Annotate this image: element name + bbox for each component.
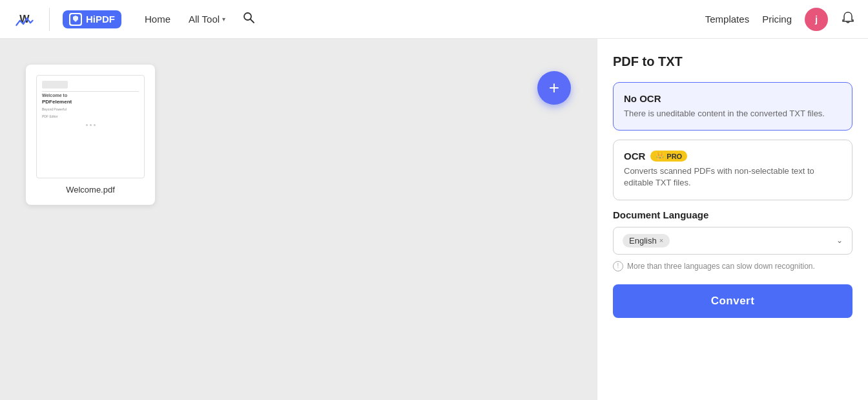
left-panel: Welcome to PDFelement Beyond Powerful PD… — [0, 39, 597, 400]
pro-label: PRO — [666, 153, 682, 160]
pdf-body-line1: Beyond Powerful — [42, 107, 139, 112]
pdf-dot-1 — [86, 124, 88, 126]
add-file-button[interactable]: + — [537, 71, 571, 105]
no-ocr-header: No OCR — [624, 93, 842, 104]
language-dropdown[interactable]: English × ⌄ — [613, 227, 852, 255]
pdf-header-bar — [42, 81, 139, 89]
language-section-title: Document Language — [613, 209, 852, 220]
wondershare-logo: W — [13, 8, 36, 31]
header: W HiPDF Home All Tool ▾ — [0, 0, 868, 39]
language-tags: English × — [623, 234, 670, 247]
ocr-description: Converts scanned PDFs with non-selectabl… — [624, 165, 842, 189]
pro-icon: 👑 — [656, 152, 665, 160]
ocr-label: OCR — [624, 151, 645, 162]
file-thumbnail: Welcome to PDFelement Beyond Powerful PD… — [36, 75, 145, 178]
ocr-option[interactable]: OCR 👑 PRO Converts scanned PDFs with non… — [613, 140, 852, 200]
warning-message: More than three languages can slow down … — [627, 262, 815, 271]
hipdf-label: HiPDF — [86, 14, 115, 25]
nav-all-tool-label: All Tool — [189, 14, 220, 25]
panel-title: PDF to TXT — [613, 54, 852, 69]
user-avatar[interactable]: j — [805, 8, 828, 31]
svg-point-3 — [244, 13, 251, 20]
search-button[interactable] — [238, 7, 259, 31]
main-nav: Home All Tool ▾ — [137, 7, 259, 31]
logo-divider — [49, 8, 50, 31]
file-card: Welcome to PDFelement Beyond Powerful PD… — [26, 65, 155, 205]
nav-all-tool[interactable]: All Tool ▾ — [181, 10, 233, 28]
templates-link[interactable]: Templates — [705, 14, 749, 25]
pdf-logo-placeholder — [42, 81, 68, 89]
nav-home[interactable]: Home — [137, 10, 178, 28]
warning-icon: ! — [613, 261, 623, 271]
ocr-header: OCR 👑 PRO — [624, 151, 842, 162]
wondershare-icon: W — [13, 8, 36, 31]
notifications-button[interactable] — [841, 10, 855, 28]
main-content: Welcome to PDFelement Beyond Powerful PD… — [0, 39, 868, 400]
pro-badge: 👑 PRO — [650, 151, 687, 162]
english-tag-close[interactable]: × — [659, 237, 663, 244]
hipdf-icon — [69, 13, 82, 26]
file-name: Welcome.pdf — [36, 185, 145, 195]
english-tag: English × — [623, 234, 670, 247]
pdf-welcome-line1: Welcome to — [42, 93, 139, 98]
english-tag-label: English — [629, 236, 657, 246]
header-right: Templates Pricing j — [705, 8, 855, 31]
no-ocr-option[interactable]: No OCR There is uneditable content in th… — [613, 82, 852, 131]
no-ocr-description: There is uneditable content in the conve… — [624, 108, 842, 120]
pdf-line-1 — [42, 91, 139, 92]
svg-line-4 — [251, 19, 254, 23]
convert-button[interactable]: Convert — [613, 284, 852, 318]
pricing-link[interactable]: Pricing — [762, 14, 792, 25]
pdf-lines — [42, 91, 139, 92]
hipdf-icon-svg — [70, 14, 81, 25]
pdf-welcome-line2: PDFelement — [42, 99, 139, 105]
chevron-down-icon: ▾ — [222, 16, 225, 23]
hipdf-brand[interactable]: HiPDF — [63, 10, 121, 28]
pdf-dot-2 — [90, 124, 92, 126]
pdf-preview: Welcome to PDFelement Beyond Powerful PD… — [42, 81, 139, 173]
language-warning: ! More than three languages can slow dow… — [613, 261, 852, 271]
bell-icon — [841, 10, 855, 25]
pdf-body-line2: PDF Editor — [42, 114, 139, 119]
warning-icon-text: ! — [617, 262, 619, 269]
right-panel: PDF to TXT No OCR There is uneditable co… — [597, 39, 868, 400]
search-icon — [242, 11, 255, 24]
pdf-dot-3 — [94, 124, 96, 126]
logo-area: W HiPDF — [13, 8, 121, 31]
pdf-dots — [42, 124, 139, 126]
dropdown-chevron-icon: ⌄ — [836, 236, 843, 245]
no-ocr-label: No OCR — [624, 93, 661, 104]
